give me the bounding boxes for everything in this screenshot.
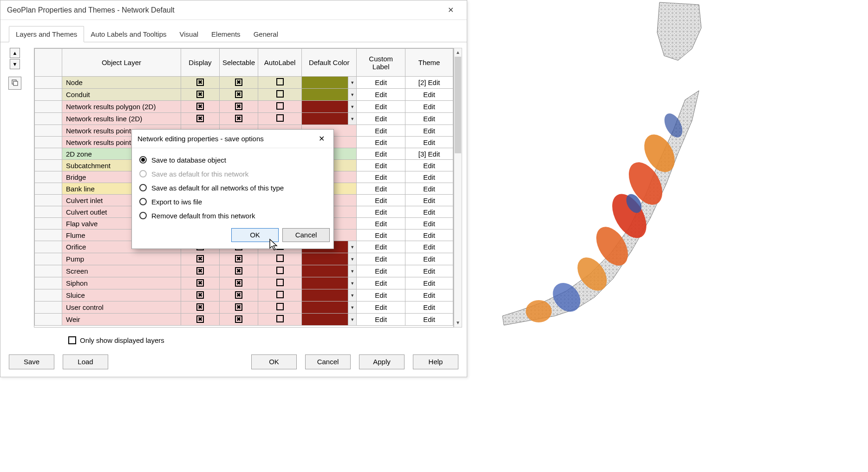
checkbox-icon[interactable] xyxy=(235,315,242,323)
custom-label-edit-button[interactable]: Edit xyxy=(357,148,405,160)
custom-label-edit-button[interactable]: Edit xyxy=(357,183,405,195)
color-cell[interactable] xyxy=(302,265,357,277)
theme-edit-button[interactable]: Edit xyxy=(405,265,453,277)
layer-name-cell[interactable]: Weir xyxy=(62,314,181,326)
sel-checkbox-cell[interactable] xyxy=(219,253,258,265)
move-down-button[interactable]: ▼ xyxy=(10,59,20,69)
theme-edit-button[interactable]: Edit xyxy=(405,160,453,171)
auto-checkbox-cell[interactable] xyxy=(258,265,302,277)
chevron-down-icon[interactable] xyxy=(348,101,356,112)
chevron-down-icon[interactable] xyxy=(348,241,356,253)
row-handle[interactable] xyxy=(35,113,62,125)
color-cell[interactable] xyxy=(302,314,357,326)
tab-elements[interactable]: Elements xyxy=(205,26,247,42)
tab-auto-labels-and-tooltips[interactable]: Auto Labels and Tooltips xyxy=(84,26,173,42)
col-custom-label[interactable]: Custom Label xyxy=(357,49,405,77)
checkbox-icon[interactable] xyxy=(235,79,242,86)
tab-visual[interactable]: Visual xyxy=(173,26,205,42)
auto-checkbox-cell[interactable] xyxy=(258,89,302,101)
custom-label-edit-button[interactable]: Edit xyxy=(357,113,405,125)
chevron-down-icon[interactable] xyxy=(348,277,356,289)
checkbox-icon[interactable] xyxy=(196,115,204,122)
row-handle[interactable] xyxy=(35,125,62,137)
custom-label-edit-button[interactable]: Edit xyxy=(357,229,405,241)
theme-edit-button[interactable]: Edit xyxy=(405,113,453,125)
custom-label-edit-button[interactable]: Edit xyxy=(357,289,405,302)
theme-edit-button[interactable]: Edit xyxy=(405,125,453,137)
checkbox-icon[interactable] xyxy=(235,103,242,110)
color-cell[interactable] xyxy=(302,289,357,302)
checkbox-icon[interactable] xyxy=(196,91,204,98)
cancel-button[interactable]: Cancel xyxy=(305,354,351,369)
color-swatch[interactable] xyxy=(302,89,348,100)
color-cell[interactable] xyxy=(302,101,357,113)
sel-checkbox-cell[interactable] xyxy=(219,314,258,326)
layer-name-cell[interactable]: Screen xyxy=(62,265,181,277)
scroll-up-icon[interactable]: ▲ xyxy=(454,48,462,57)
color-swatch[interactable] xyxy=(302,101,348,112)
checkbox-icon[interactable] xyxy=(276,102,284,110)
custom-label-edit-button[interactable]: Edit xyxy=(357,253,405,265)
layer-name-cell[interactable]: Network results polygon (2D) xyxy=(62,101,181,113)
disp-checkbox-cell[interactable] xyxy=(181,289,219,302)
checkbox-icon[interactable] xyxy=(196,291,204,299)
scroll-thumb[interactable] xyxy=(455,57,461,153)
color-cell[interactable] xyxy=(302,302,357,314)
tab-layers-and-themes[interactable]: Layers and Themes xyxy=(9,26,84,42)
theme-edit-button[interactable]: Edit xyxy=(405,101,453,113)
disp-checkbox-cell[interactable] xyxy=(181,253,219,265)
save-option-row[interactable]: Export to iws file xyxy=(139,195,326,209)
layer-name-cell[interactable]: User control xyxy=(62,302,181,314)
layer-name-cell[interactable]: Pump xyxy=(62,253,181,265)
row-handle[interactable] xyxy=(35,206,62,218)
layer-name-cell[interactable]: Node xyxy=(62,77,181,89)
col-theme[interactable]: Theme xyxy=(405,49,453,77)
auto-checkbox-cell[interactable] xyxy=(258,314,302,326)
checkbox-icon[interactable] xyxy=(196,255,204,262)
chevron-down-icon[interactable] xyxy=(348,77,356,88)
theme-edit-button[interactable]: Edit xyxy=(405,195,453,206)
theme-edit-button[interactable]: Edit xyxy=(405,229,453,241)
dialog-close-icon[interactable]: ✕ xyxy=(315,134,328,143)
checkbox-icon[interactable] xyxy=(196,79,204,86)
checkbox-icon[interactable] xyxy=(196,103,204,110)
radio-icon[interactable] xyxy=(139,184,147,191)
theme-edit-button[interactable]: Edit xyxy=(405,241,453,253)
apply-button[interactable]: Apply xyxy=(359,354,405,369)
custom-label-edit-button[interactable]: Edit xyxy=(357,218,405,229)
checkbox-icon[interactable] xyxy=(276,315,284,322)
theme-edit-button[interactable]: [3] Edit xyxy=(405,148,453,160)
color-swatch[interactable] xyxy=(302,289,348,301)
color-cell[interactable] xyxy=(302,113,357,125)
col-default-color[interactable]: Default Color xyxy=(302,49,357,77)
help-button[interactable]: Help xyxy=(413,354,458,369)
checkbox-icon[interactable] xyxy=(196,315,204,323)
sel-checkbox-cell[interactable] xyxy=(219,289,258,302)
row-handle[interactable] xyxy=(35,253,62,265)
row-handle[interactable] xyxy=(35,171,62,183)
theme-edit-button[interactable]: Edit xyxy=(405,206,453,218)
load-button[interactable]: Load xyxy=(63,354,108,369)
auto-checkbox-cell[interactable] xyxy=(258,289,302,302)
scroll-down-icon[interactable]: ▼ xyxy=(454,319,462,327)
custom-label-edit-button[interactable]: Edit xyxy=(357,101,405,113)
row-handle[interactable] xyxy=(35,89,62,101)
chevron-down-icon[interactable] xyxy=(348,302,356,313)
color-cell[interactable] xyxy=(302,89,357,101)
col-object-layer[interactable]: Object Layer xyxy=(62,49,181,77)
color-swatch[interactable] xyxy=(302,302,348,313)
col-selectable[interactable]: Selectable xyxy=(219,49,258,77)
checkbox-icon[interactable] xyxy=(196,303,204,311)
checkbox-icon[interactable] xyxy=(276,303,284,310)
checkbox-icon[interactable] xyxy=(235,267,242,275)
disp-checkbox-cell[interactable] xyxy=(181,113,219,125)
theme-edit-button[interactable]: Edit xyxy=(405,302,453,314)
copy-button[interactable] xyxy=(8,77,21,90)
custom-label-edit-button[interactable]: Edit xyxy=(357,195,405,206)
custom-label-edit-button[interactable]: Edit xyxy=(357,137,405,148)
custom-label-edit-button[interactable]: Edit xyxy=(357,265,405,277)
color-swatch[interactable] xyxy=(302,113,348,125)
layer-name-cell[interactable]: Sluice xyxy=(62,289,181,302)
row-handle[interactable] xyxy=(35,160,62,171)
theme-edit-button[interactable]: Edit xyxy=(405,183,453,195)
